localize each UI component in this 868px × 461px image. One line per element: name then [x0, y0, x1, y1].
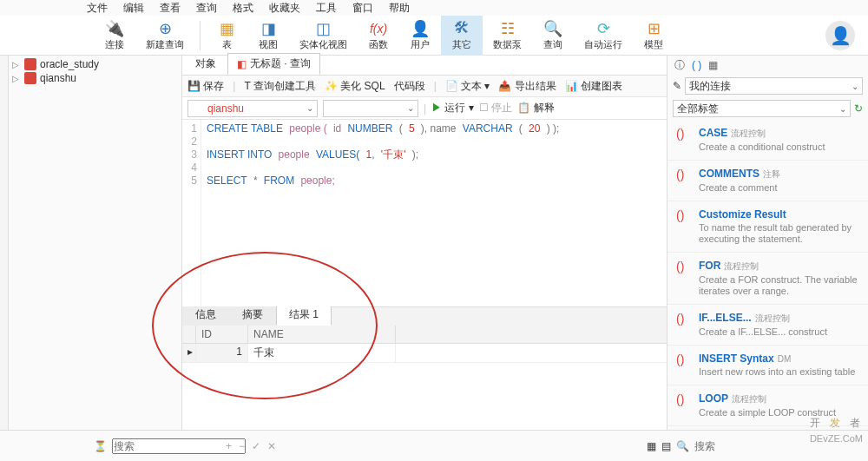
col-name[interactable]: NAME: [248, 326, 396, 343]
minus-icon[interactable]: −: [239, 440, 245, 452]
schema-selector[interactable]: ⌄: [323, 100, 418, 117]
row-marker-icon: ▸: [182, 344, 196, 362]
line-gutter: 12345: [182, 120, 201, 306]
grid-view-icon[interactable]: ▦: [647, 440, 656, 452]
grid-icon[interactable]: ▦: [708, 59, 718, 71]
search-icon: 🔍: [676, 440, 689, 452]
table-icon: ▦: [216, 20, 237, 37]
filter-icon[interactable]: ⏳: [94, 440, 107, 452]
text-button[interactable]: 📄 文本 ▾: [445, 79, 490, 94]
col-id[interactable]: ID: [196, 326, 248, 343]
snippets-list: ()CASE流程控制Create a conditional construct…: [667, 120, 868, 430]
export-button[interactable]: 📤 导出结果: [498, 79, 556, 94]
snip-for[interactable]: ()FOR流程控制Create a FOR construct. The var…: [667, 253, 868, 305]
tb-newquery[interactable]: ⊕新建查询: [135, 16, 194, 56]
tb-pump[interactable]: ☷数据泵: [483, 16, 532, 56]
form-view-icon[interactable]: ▤: [661, 440, 671, 452]
tb-func[interactable]: f(x)函数: [358, 16, 399, 56]
view-icon: ◨: [258, 20, 279, 37]
watermark: 开 发 者 DEvZE.CoM: [810, 401, 863, 444]
chevron-down-icon: ⌄: [852, 82, 858, 91]
add-icon[interactable]: +: [226, 440, 232, 452]
menu-query[interactable]: 查询: [196, 1, 217, 16]
datapump-icon: ☷: [497, 20, 518, 37]
search-icon: 🔍: [542, 20, 563, 37]
tab-untitled-query[interactable]: ◧无标题 · 查询: [227, 53, 320, 75]
save-button[interactable]: 💾 保存: [187, 79, 224, 94]
menu-help[interactable]: 帮助: [389, 1, 410, 16]
tab-objects[interactable]: 对象: [186, 53, 226, 75]
info-icon[interactable]: ⓘ: [674, 58, 685, 73]
refresh-icon[interactable]: ↻: [854, 102, 863, 115]
status-bar: ⏳ +−✓✕ ▦▤🔍: [0, 430, 868, 461]
menu-view[interactable]: 查看: [160, 1, 181, 16]
activity-bar: [0, 56, 9, 430]
menu-fav[interactable]: 收藏夹: [269, 1, 300, 16]
tb-view[interactable]: ◨视图: [247, 16, 289, 56]
snip-ifelse[interactable]: ()IF...ELSE...流程控制Create a IF...ELSE... …: [667, 305, 868, 346]
plug-icon: 🔌: [104, 20, 125, 37]
tree-oracle-study[interactable]: ▷oracle_study: [10, 57, 180, 71]
chevron-down-icon: ⌄: [839, 104, 846, 114]
code-area[interactable]: CREATE TABLE people ( id NUMBER ( 5 ), n…: [201, 120, 564, 306]
result-tabs: 信息 摘要 结果 1: [182, 306, 667, 326]
snippet-button[interactable]: 代码段: [394, 79, 425, 94]
tb-auto[interactable]: ⟳自动运行: [574, 16, 633, 56]
rtab-result1[interactable]: 结果 1: [276, 304, 332, 326]
menu-edit[interactable]: 编辑: [123, 1, 144, 16]
menu-window[interactable]: 窗口: [352, 1, 373, 16]
menu-tools[interactable]: 工具: [316, 1, 337, 16]
tb-other[interactable]: 🛠其它: [441, 16, 483, 56]
snippet-icon: (): [676, 208, 692, 245]
person-icon: 👤: [830, 25, 852, 46]
play-icon: ▶: [431, 102, 442, 114]
expand-icon: ▷: [12, 60, 21, 69]
wand-icon: ✎: [673, 80, 681, 92]
matview-icon: ◫: [313, 20, 334, 37]
beautify-button[interactable]: ✨ 美化 SQL: [325, 79, 385, 94]
snippet-icon: (): [676, 260, 692, 297]
chart-button[interactable]: 📊 创建图表: [565, 79, 622, 94]
tree-qianshu[interactable]: ▷qianshu: [10, 71, 180, 85]
main-toolbar: 🔌连接 ⊕新建查询 ▦表 ◨视图 ◫实体化视图 f(x)函数 👤用户 🛠其它 ☷…: [0, 16, 868, 56]
newquery-icon: ⊕: [155, 20, 175, 37]
database-icon: [192, 103, 202, 114]
snip-customize[interactable]: ()Customize ResultTo name the result tab…: [667, 201, 868, 253]
rtab-info[interactable]: 信息: [182, 304, 229, 326]
avatar[interactable]: 👤: [825, 21, 855, 50]
menu-file[interactable]: 文件: [87, 1, 108, 16]
result-grid: ID NAME ▸ 1 千束: [182, 326, 667, 430]
query-icon: ◧: [237, 58, 247, 70]
myconn-selector[interactable]: 我的连接⌄: [685, 77, 863, 95]
expand-icon: ▷: [12, 74, 21, 83]
snippet-icon: (): [676, 168, 692, 194]
tb-user[interactable]: 👤用户: [399, 16, 441, 56]
snip-case[interactable]: ()CASE流程控制Create a conditional construct: [667, 120, 868, 161]
tb-connect[interactable]: 🔌连接: [94, 16, 135, 56]
sql-editor[interactable]: 12345 CREATE TABLE people ( id NUMBER ( …: [182, 120, 667, 306]
rtab-summary[interactable]: 摘要: [229, 304, 276, 326]
table-row[interactable]: ▸ 1 千束: [182, 344, 667, 363]
tb-model[interactable]: ⊞模型: [633, 16, 674, 56]
menu-bar: 文件 编辑 查看 查询 格式 收藏夹 工具 窗口 帮助: [0, 0, 868, 16]
snippet-icon: (): [676, 127, 692, 153]
db-selector[interactable]: qianshu⌄: [187, 100, 318, 117]
menu-format[interactable]: 格式: [233, 1, 253, 16]
run-button[interactable]: ▶ 运行 ▾: [431, 101, 474, 115]
snip-insert[interactable]: ()INSERT SyntaxDMInsert new rows into an…: [667, 346, 868, 385]
chevron-down-icon: ⌄: [407, 103, 414, 113]
autorun-icon: ⟳: [593, 20, 614, 37]
tb-table[interactable]: ▦表: [206, 16, 247, 56]
query-builder-button[interactable]: T 查询创建工具: [244, 79, 315, 94]
tools-icon: 🛠: [451, 20, 472, 37]
brackets-icon[interactable]: ( ): [692, 59, 701, 71]
tb-query[interactable]: 🔍查询: [532, 16, 574, 56]
result-search-input[interactable]: [694, 440, 746, 452]
tb-matview[interactable]: ◫实体化视图: [289, 16, 358, 56]
editor-tabs: 对象 ◧无标题 · 查询: [182, 56, 667, 75]
snip-comments[interactable]: ()COMMENTS注释Create a comment: [667, 161, 868, 201]
stop-button[interactable]: ☐ 停止: [479, 101, 512, 115]
tags-selector[interactable]: 全部标签⌄: [673, 100, 851, 117]
explain-button[interactable]: 📋 解释: [517, 101, 554, 115]
right-panel: ⓘ( )▦ ✎我的连接⌄ 全部标签⌄↻ ()CASE流程控制Create a c…: [667, 56, 868, 430]
